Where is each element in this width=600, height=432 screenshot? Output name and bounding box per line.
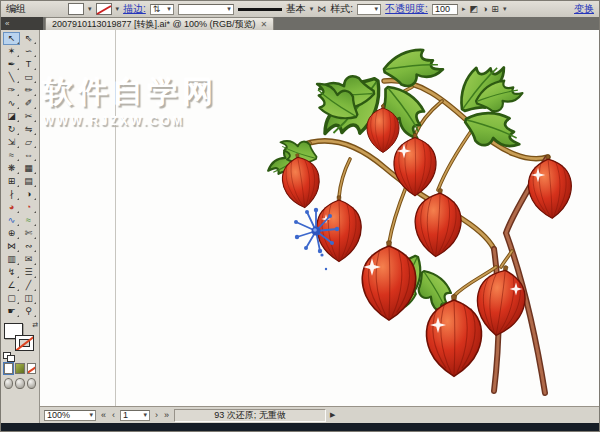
- brush-stroke-name[interactable]: 基本: [286, 2, 306, 16]
- pencil-tool[interactable]: ✏: [20, 84, 37, 97]
- measure-tool[interactable]: ∠: [3, 279, 20, 292]
- direct-selection-tool[interactable]: ⇖: [20, 32, 37, 45]
- status-text: 93 次还原; 无重做: [214, 409, 286, 422]
- toolbox-tools: ↖⇖✶∽✒T╲▭✑✏∿✐◪✂↻⇋⇲▱≈⇔❋▦⊞▤∤◑◕◔∿≈⊕✄⋈∾▥✉↯☰∠╱…: [1, 30, 39, 318]
- rotate-tool[interactable]: ↻: [3, 123, 20, 136]
- opacity-stepper-icon[interactable]: ▸: [462, 5, 466, 13]
- stroke-weight-spinner-icon[interactable]: ⇅: [153, 4, 161, 14]
- stroke-panel-link[interactable]: 描边:: [123, 2, 146, 16]
- tab-bar: « 2007910113019877 [转换].ai* @ 100% (RGB/…: [1, 17, 599, 30]
- tools-panel-header[interactable]: «: [1, 17, 43, 30]
- scissors-tool[interactable]: ✂: [20, 110, 37, 123]
- fill-dropdown-icon[interactable]: ▾: [88, 5, 92, 13]
- swap-fill-stroke-icon[interactable]: ⇄: [32, 321, 38, 329]
- brush-definition-field[interactable]: ▾: [178, 4, 234, 15]
- blend-tool[interactable]: ◑: [20, 188, 37, 201]
- zoom-level-field[interactable]: 100% ▾: [44, 410, 96, 421]
- watermark: 软件自学网 WWW.RJZXW.COM: [43, 72, 218, 128]
- stroke-dropdown-icon[interactable]: ▾: [116, 5, 120, 13]
- full-screen-mode-button[interactable]: [27, 378, 36, 389]
- previous-page-button[interactable]: ‹: [111, 410, 116, 420]
- artboard-tool[interactable]: ⊕: [3, 227, 20, 240]
- document-area: 软件自学网 WWW.RJZXW.COM: [40, 30, 599, 423]
- last-page-button[interactable]: »: [163, 410, 170, 420]
- envelope-tool[interactable]: ⋈: [3, 240, 20, 253]
- pattern-curve-tool[interactable]: ≈: [20, 214, 37, 227]
- scribble-tool[interactable]: ↯: [3, 266, 20, 279]
- shear-tool[interactable]: ▱: [20, 136, 37, 149]
- fill-color-swatch[interactable]: [68, 3, 84, 15]
- transform-panel-link[interactable]: 变换: [574, 2, 594, 16]
- link-icon[interactable]: ⋈: [317, 4, 326, 14]
- page-dropdown-icon[interactable]: ▾: [144, 411, 148, 419]
- opacity-panel-link[interactable]: 不透明度:: [385, 2, 428, 16]
- selection-tool[interactable]: ↖: [3, 32, 20, 45]
- zoom-tool[interactable]: ⚲: [20, 305, 37, 318]
- normal-screen-mode-button[interactable]: [4, 378, 13, 389]
- knife-tool[interactable]: ╱: [20, 279, 37, 292]
- live-paint-selection-tool[interactable]: ◔: [20, 201, 37, 214]
- status-flyout-icon[interactable]: ▶: [330, 411, 335, 419]
- page-number-value: 1: [123, 410, 128, 420]
- scale-tool[interactable]: ⇲: [3, 136, 20, 149]
- free-transform-tool[interactable]: ⇔: [20, 149, 37, 162]
- main-area: ↖⇖✶∽✒T╲▭✑✏∿✐◪✂↻⇋⇲▱≈⇔❋▦⊞▤∤◑◕◔∿≈⊕✄⋈∾▥✉↯☰∠╱…: [1, 30, 599, 423]
- zoom-level-value: 100%: [47, 410, 70, 420]
- stroke-color-swatch[interactable]: [96, 3, 112, 15]
- slice-select-tool[interactable]: ◫: [20, 292, 37, 305]
- artwork-physalis-plant: [266, 39, 596, 406]
- hand-tool[interactable]: ☛: [3, 305, 20, 318]
- panel-collapse-icon[interactable]: «: [5, 19, 9, 28]
- style-dropdown-icon[interactable]: ▾: [375, 5, 379, 13]
- eyedropper-tool[interactable]: ∤: [3, 188, 20, 201]
- type-tool[interactable]: T: [20, 58, 37, 71]
- first-page-button[interactable]: «: [100, 410, 107, 420]
- envelope-mesh-tool[interactable]: ✉: [20, 253, 37, 266]
- next-page-button[interactable]: ›: [154, 410, 159, 420]
- live-trace-tool[interactable]: ∿: [3, 214, 20, 227]
- line-segment-tool[interactable]: ╲: [3, 71, 20, 84]
- stroke-weight-field[interactable]: ⇅ ▾: [150, 4, 174, 15]
- gradient-button[interactable]: [15, 363, 24, 374]
- page-number-field[interactable]: 1 ▾: [120, 410, 150, 421]
- zoom-dropdown-icon[interactable]: ▾: [89, 411, 93, 419]
- paintbrush-tool[interactable]: ✑: [3, 84, 20, 97]
- graph-tool[interactable]: ▦: [20, 162, 37, 175]
- symbol-sprayer-tool[interactable]: ❋: [3, 162, 20, 175]
- options-tool[interactable]: ☰: [20, 266, 37, 279]
- style-field[interactable]: ▾: [357, 4, 381, 15]
- lasso-tool[interactable]: ∽: [20, 45, 37, 58]
- column-graph-tool[interactable]: ▥: [3, 253, 20, 266]
- full-screen-menu-mode-button[interactable]: [15, 378, 24, 389]
- none-button[interactable]: [27, 363, 36, 374]
- crop-tool[interactable]: ▢: [3, 292, 20, 305]
- align-grid-dropdown-icon[interactable]: ▾: [503, 5, 507, 13]
- tab-close-icon[interactable]: ✕: [261, 20, 268, 29]
- slice-tool[interactable]: ✄: [20, 227, 37, 240]
- brush-stroke-dropdown-icon[interactable]: ▾: [310, 5, 314, 13]
- gradient-tool[interactable]: ▤: [20, 175, 37, 188]
- status-info-field[interactable]: 93 次还原; 无重做: [174, 409, 326, 422]
- warp-tool[interactable]: ≈: [3, 149, 20, 162]
- eraser-tool[interactable]: ◪: [3, 110, 20, 123]
- rectangle-tool[interactable]: ▭: [20, 71, 37, 84]
- brush-dropdown-icon[interactable]: ▾: [227, 5, 231, 13]
- color-button[interactable]: [4, 363, 13, 374]
- canvas[interactable]: 软件自学网 WWW.RJZXW.COM: [40, 30, 599, 406]
- mesh-tool[interactable]: ⊞: [3, 175, 20, 188]
- document-tab[interactable]: 2007910113019877 [转换].ai* @ 100% (RGB/预览…: [45, 17, 274, 30]
- opacity-field[interactable]: 100: [432, 4, 458, 15]
- stroke-preview-line: [238, 8, 282, 11]
- isolate-object-icon[interactable]: ◩: [469, 4, 478, 14]
- ribbon-distort-tool[interactable]: ∾: [20, 240, 37, 253]
- recolor-artwork-icon[interactable]: ◑: [482, 4, 487, 14]
- pen-tool[interactable]: ✒: [3, 58, 20, 71]
- align-grid-icon[interactable]: ⊞: [491, 4, 499, 14]
- stroke-swatch[interactable]: [15, 335, 34, 351]
- blob-brush-tool[interactable]: ✐: [20, 97, 37, 110]
- stroke-weight-dropdown-icon[interactable]: ▾: [167, 5, 171, 13]
- reflect-tool[interactable]: ⇋: [20, 123, 37, 136]
- smooth-tool[interactable]: ∿: [3, 97, 20, 110]
- live-paint-bucket-tool[interactable]: ◕: [3, 201, 20, 214]
- magic-wand-tool[interactable]: ✶: [3, 45, 20, 58]
